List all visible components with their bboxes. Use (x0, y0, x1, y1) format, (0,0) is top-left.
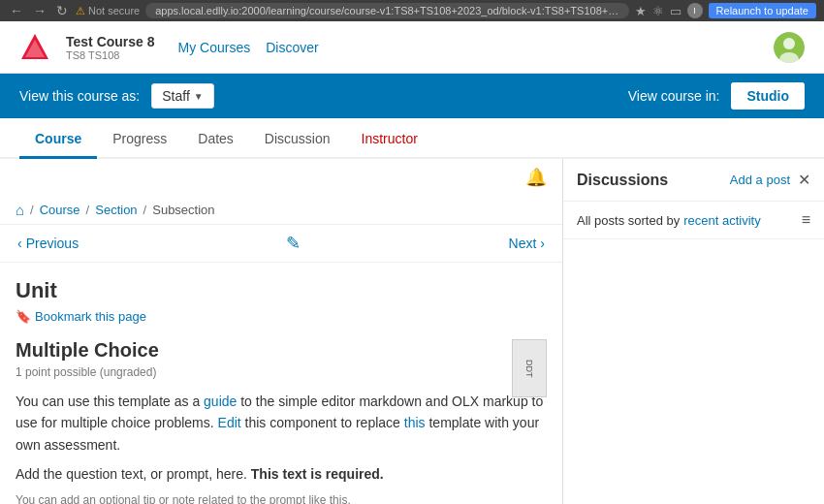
header-right (774, 32, 805, 63)
filter-icon[interactable]: ≡ (802, 211, 810, 229)
relaunch-button[interactable]: Relaunch to update (709, 3, 816, 18)
forward-button[interactable]: → (31, 3, 48, 18)
discussions-actions: Add a post ✕ (730, 171, 810, 189)
staff-label: Staff (162, 88, 190, 104)
nav-center: ✎ (88, 229, 498, 258)
problem-badge[interactable]: DDT (512, 339, 547, 397)
problem-meta: 1 point possible (ungraded) (16, 365, 547, 379)
this-link[interactable]: this (404, 415, 426, 430)
problem-prompt: Add the question text, or prompt, here. … (16, 463, 547, 485)
tab-progress[interactable]: Progress (97, 121, 182, 159)
filter-link[interactable]: recent activity (683, 213, 760, 228)
breadcrumb-sep-2: / (86, 203, 90, 217)
chevron-right-icon: › (540, 236, 545, 251)
edit-link[interactable]: Edit (218, 415, 241, 430)
discussions-panel: Discussions Add a post ✕ All posts sorte… (562, 159, 824, 504)
chevron-left-icon: ‹ (17, 236, 22, 251)
badge-text: DDT (524, 360, 534, 378)
course-id: TS8 TS108 (66, 49, 155, 61)
discover-link[interactable]: Discover (266, 40, 318, 55)
breadcrumb-subsection: Subsection (152, 203, 214, 217)
bookmark-icon: 🔖 (16, 309, 31, 324)
problem-block: DDT Multiple Choice 1 point possible (un… (16, 339, 547, 504)
studio-button[interactable]: Studio (731, 82, 805, 110)
next-button[interactable]: Next › (499, 230, 555, 257)
previous-button[interactable]: ‹ Previous (8, 230, 88, 257)
extensions-icon[interactable]: ⚛ (652, 4, 664, 18)
problem-title: Multiple Choice (16, 339, 547, 362)
close-discussions-button[interactable]: ✕ (798, 171, 810, 189)
problem-hint: You can add an optional tip or note rela… (16, 493, 547, 504)
unit-heading: Unit (16, 278, 547, 303)
add-post-button[interactable]: Add a post (730, 173, 790, 187)
tab-instructor[interactable]: Instructor (346, 121, 433, 159)
bookmark-label: Bookmark this page (35, 309, 146, 324)
content-area: 🔔 ⌂ / Course / Section / Subsection ‹ Pr… (0, 159, 562, 504)
reload-button[interactable]: ↻ (54, 3, 70, 18)
breadcrumb: ⌂ / Course / Section / Subsection (0, 196, 562, 224)
problem-description: You can use this template as a guide to … (16, 391, 547, 456)
unit-content: Unit 🔖 Bookmark this page DDT Multiple C… (0, 263, 562, 504)
discussions-filter: All posts sorted by recent activity ≡ (563, 202, 824, 239)
browser-chrome: ← → ↻ ⚠ Not secure apps.local.edlly.io:2… (0, 0, 824, 21)
bookmark-icon[interactable]: ★ (635, 4, 647, 18)
edit-icon[interactable]: ✎ (278, 229, 308, 258)
lms-header: Test Course 8 TS8 TS108 My Courses Disco… (0, 21, 824, 74)
breadcrumb-section[interactable]: Section (95, 203, 137, 217)
window-icon[interactable]: ▭ (670, 4, 681, 18)
discussions-header: Discussions Add a post ✕ (563, 159, 824, 202)
chevron-down-icon: ▼ (194, 91, 204, 102)
profile-avatar[interactable]: I (687, 3, 703, 18)
staff-dropdown[interactable]: Staff ▼ (151, 83, 213, 109)
header-nav: My Courses Discover (178, 40, 319, 55)
security-indicator: ⚠ Not secure (76, 5, 140, 17)
discussions-title: Discussions (577, 172, 668, 189)
browser-actions: ★ ⚛ ▭ I (635, 3, 703, 18)
next-label: Next (509, 236, 537, 251)
breadcrumb-sep-3: / (143, 203, 147, 217)
url-bar[interactable]: apps.local.edlly.io:2000/learning/course… (145, 3, 628, 18)
tab-discussion[interactable]: Discussion (249, 121, 346, 159)
guide-link[interactable]: guide (204, 394, 237, 409)
breadcrumb-sep-1: / (30, 203, 34, 217)
back-button[interactable]: ← (8, 3, 25, 18)
course-view-bar: View this course as: Staff ▼ View course… (0, 74, 824, 118)
notification-bell-icon[interactable]: 🔔 (525, 167, 547, 188)
main-content: 🔔 ⌂ / Course / Section / Subsection ‹ Pr… (0, 159, 824, 504)
filter-prefix: All posts sorted by (577, 213, 680, 228)
view-as-label: View this course as: (19, 88, 140, 104)
bell-row: 🔔 (0, 159, 562, 196)
lms-logo[interactable] (19, 32, 50, 63)
course-title-block: Test Course 8 TS8 TS108 (66, 34, 155, 61)
home-icon[interactable]: ⌂ (16, 202, 24, 218)
security-text: Not secure (88, 5, 140, 16)
tab-dates[interactable]: Dates (182, 121, 249, 159)
course-title: Test Course 8 (66, 34, 155, 49)
user-avatar[interactable] (774, 32, 805, 63)
warning-icon: ⚠ (76, 5, 85, 17)
required-text: This text is required. (251, 466, 384, 482)
nav-row: ‹ Previous ✎ Next › (0, 224, 562, 263)
my-courses-link[interactable]: My Courses (178, 40, 251, 55)
breadcrumb-course[interactable]: Course (40, 203, 80, 217)
bookmark-link[interactable]: 🔖 Bookmark this page (16, 309, 547, 324)
tab-course[interactable]: Course (19, 121, 97, 159)
previous-label: Previous (26, 236, 79, 251)
svg-point-3 (783, 38, 795, 49)
course-tabs: Course Progress Dates Discussion Instruc… (0, 118, 824, 159)
view-course-label: View course in: (628, 88, 720, 104)
